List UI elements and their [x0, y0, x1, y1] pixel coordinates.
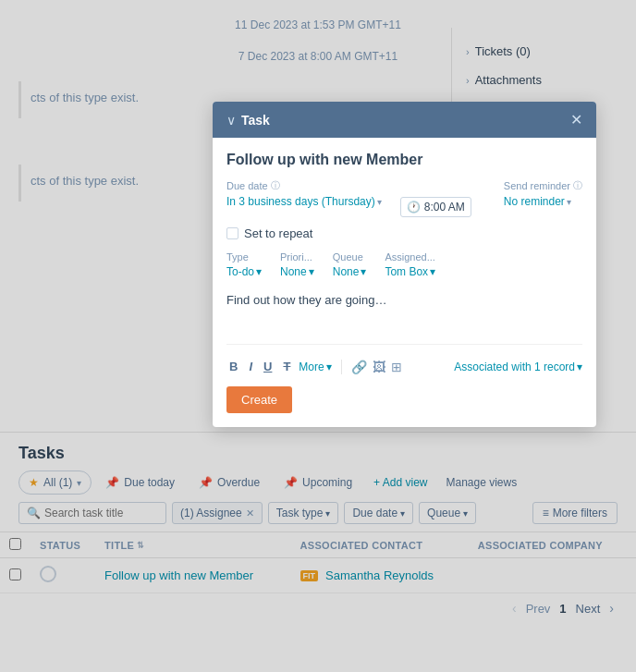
time-input[interactable]: 🕐 8:00 AM	[400, 197, 471, 217]
toolbar-separator	[341, 360, 342, 374]
toolbar-left: B I U T More ▾ 🔗 🖼 ⊞	[226, 358, 402, 375]
send-reminder-group: Send reminder ⓘ No reminder ▾	[504, 179, 582, 208]
priority-group: Priori... None ▾	[280, 251, 314, 278]
send-reminder-value[interactable]: No reminder ▾	[504, 195, 582, 208]
queue-caret: ▾	[361, 265, 366, 278]
type-group: Type To-do ▾	[226, 251, 262, 278]
reminder-caret: ▾	[567, 197, 571, 207]
due-date-value[interactable]: In 3 business days (Thursday) ▾	[226, 195, 382, 208]
header-left: ∨ Task	[226, 113, 270, 128]
due-date-info-icon: ⓘ	[271, 179, 280, 192]
notes-area[interactable]: Find out how they are going…	[226, 289, 582, 345]
type-caret: ▾	[256, 265, 262, 278]
priority-caret: ▾	[309, 265, 314, 278]
associated-link[interactable]: Associated with 1 record ▾	[454, 360, 582, 373]
queue-label: Queue	[333, 251, 367, 263]
assigned-caret: ▾	[430, 265, 435, 278]
toolbar-row: B I U T More ▾ 🔗 🖼 ⊞ Associated with 1 r…	[226, 354, 582, 375]
collapse-icon[interactable]: ∨	[226, 113, 236, 128]
reminder-info-icon: ⓘ	[573, 179, 582, 192]
time-group: 🕐 8:00 AM	[400, 179, 471, 217]
due-date-label: Due date ⓘ	[226, 179, 382, 192]
notes-text: Find out how they are going…	[226, 293, 386, 307]
type-label: Type	[226, 251, 262, 263]
bold-button[interactable]: B	[226, 358, 240, 375]
repeat-row: Set to repeat	[226, 226, 582, 240]
repeat-checkbox[interactable]	[226, 227, 238, 239]
modal-title: Task	[241, 113, 270, 128]
image-icon[interactable]: 🖼	[373, 360, 385, 374]
priority-value[interactable]: None ▾	[280, 265, 314, 278]
due-date-row: Due date ⓘ In 3 business days (Thursday)…	[226, 179, 582, 217]
queue-value[interactable]: None ▾	[333, 265, 367, 278]
task-modal: ∨ Task ✕ Due date ⓘ In 3 business days (…	[213, 102, 596, 427]
task-title-input[interactable]	[226, 152, 582, 168]
time-value: 8:00 AM	[424, 201, 465, 214]
task-modal-header: ∨ Task ✕	[213, 102, 596, 138]
due-date-group: Due date ⓘ In 3 business days (Thursday)…	[226, 179, 382, 208]
italic-button[interactable]: I	[246, 358, 255, 375]
assigned-label: Assigned...	[385, 251, 435, 263]
create-button[interactable]: Create	[226, 386, 292, 413]
associated-caret: ▾	[577, 360, 582, 373]
assigned-group: Assigned... Tom Box ▾	[385, 251, 435, 278]
clock-icon: 🕐	[407, 201, 421, 214]
strikethrough-button[interactable]: T	[280, 358, 293, 375]
send-reminder-label: Send reminder ⓘ	[504, 179, 582, 192]
priority-label: Priori...	[280, 251, 314, 263]
link-icon[interactable]: 🔗	[351, 360, 367, 374]
task-modal-body: Due date ⓘ In 3 business days (Thursday)…	[213, 138, 596, 427]
due-date-caret: ▾	[377, 197, 382, 207]
assigned-value[interactable]: Tom Box ▾	[385, 265, 435, 278]
table-icon[interactable]: ⊞	[391, 360, 402, 374]
underline-button[interactable]: U	[261, 358, 275, 375]
type-row: Type To-do ▾ Priori... None ▾ Queue None…	[226, 251, 582, 278]
type-value[interactable]: To-do ▾	[226, 265, 262, 278]
more-caret: ▾	[326, 360, 332, 373]
more-dropdown[interactable]: More ▾	[299, 360, 331, 373]
close-icon[interactable]: ✕	[570, 111, 582, 128]
repeat-label: Set to repeat	[244, 226, 312, 240]
queue-group: Queue None ▾	[333, 251, 367, 278]
